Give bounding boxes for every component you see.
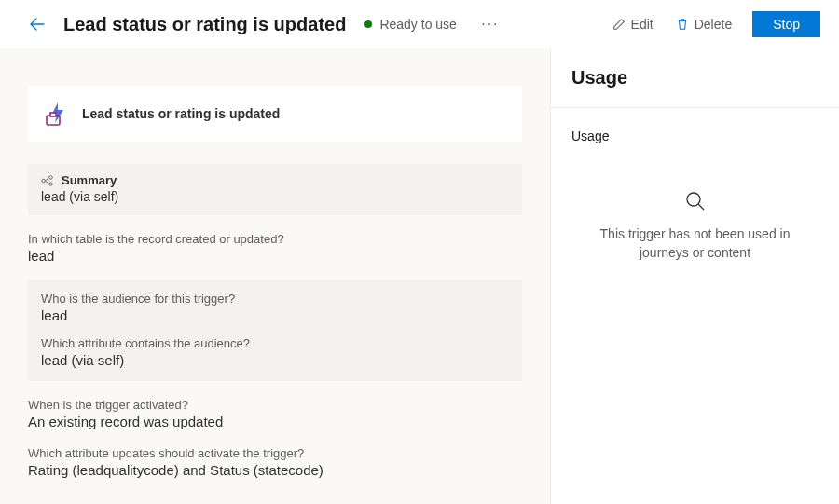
svg-point-3 (49, 175, 53, 179)
qa-table: In which table is the record created or … (28, 232, 522, 264)
q-attribute-label: Which attribute contains the audience? (41, 336, 509, 350)
more-button[interactable]: ··· (479, 13, 502, 35)
qa-activated: When is the trigger activated? An existi… (28, 398, 522, 429)
flow-icon (41, 174, 54, 187)
summary-card: Summary lead (via self) (28, 164, 522, 215)
stop-button[interactable]: Stop (752, 11, 820, 37)
trigger-header-card: Lead status or rating is updated (28, 86, 522, 142)
pencil-icon (612, 18, 626, 31)
arrow-left-icon (30, 17, 45, 32)
audience-box: Who is the audience for this trigger? le… (28, 280, 522, 381)
q-updates-value: Rating (leadqualitycode) and Status (sta… (28, 462, 522, 478)
svg-point-4 (49, 182, 53, 185)
q-table-label: In which table is the record created or … (28, 232, 522, 246)
status-label: Ready to use (379, 17, 457, 32)
q-attribute-value: lead (via self) (41, 352, 509, 368)
usage-empty-text: This trigger has not been used in journe… (584, 225, 807, 262)
usage-subhead: Usage (571, 129, 818, 143)
summary-sub: lead (via self) (41, 189, 509, 204)
delete-button[interactable]: Delete (668, 13, 739, 35)
main-pane: Lead status or rating is updated Summary… (0, 48, 550, 504)
usage-pane: Usage Usage This trigger has not been us… (550, 48, 839, 504)
body: Lead status or rating is updated Summary… (0, 48, 839, 504)
svg-rect-1 (50, 113, 56, 116)
delete-label: Delete (695, 17, 732, 32)
q-audience-label: Who is the audience for this trigger? (41, 292, 509, 306)
q-table-value: lead (28, 248, 522, 264)
search-icon (684, 190, 707, 212)
usage-header: Usage (551, 48, 839, 107)
topbar: Lead status or rating is updated Ready t… (0, 0, 839, 48)
q-activated-value: An existing record was updated (28, 414, 522, 429)
usage-empty-state: This trigger has not been used in journe… (571, 190, 818, 262)
q-activated-label: When is the trigger activated? (28, 398, 522, 412)
edit-button[interactable]: Edit (605, 13, 661, 35)
back-button[interactable] (26, 13, 48, 35)
summary-head-label: Summary (62, 173, 117, 187)
summary-head: Summary (41, 173, 509, 187)
usage-body: Usage This trigger has not been used in … (551, 107, 839, 504)
q-audience-value: lead (41, 307, 509, 323)
qa-attribute: Which attribute contains the audience? l… (41, 336, 509, 368)
status-dot-icon (364, 20, 372, 28)
trash-icon (676, 18, 689, 31)
svg-point-5 (687, 193, 700, 206)
edit-label: Edit (631, 17, 653, 32)
qa-updates: Which attribute updates should activate … (28, 446, 522, 478)
svg-point-2 (42, 179, 46, 183)
qa-audience: Who is the audience for this trigger? le… (41, 292, 509, 323)
svg-line-6 (698, 204, 704, 210)
page-title: Lead status or rating is updated (63, 14, 346, 35)
status-indicator: Ready to use (364, 17, 457, 32)
trigger-title: Lead status or rating is updated (82, 106, 280, 121)
q-updates-label: Which attribute updates should activate … (28, 446, 522, 460)
trigger-icon (45, 101, 71, 127)
